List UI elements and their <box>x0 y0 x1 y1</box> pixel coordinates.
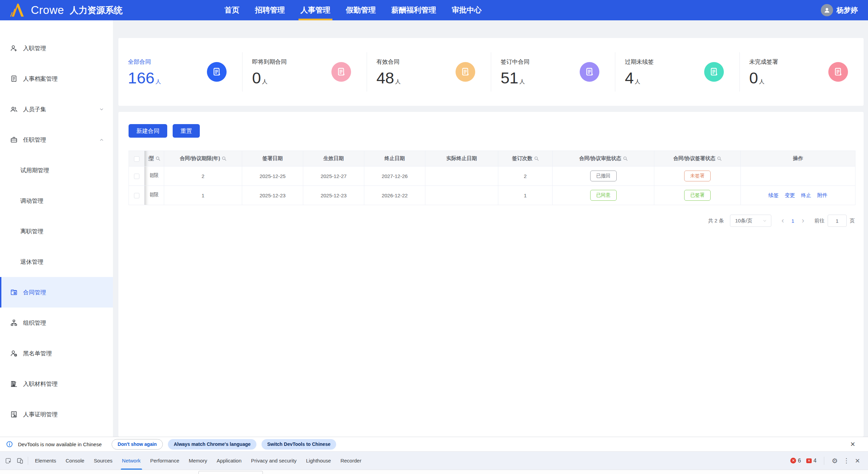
nav-item-hr[interactable]: 人事管理 <box>301 0 330 20</box>
devtools-tab-application[interactable]: Application <box>212 452 246 470</box>
devtools-tab-privacy[interactable]: Privacy and security <box>246 452 301 470</box>
stat-value: 166 <box>128 70 154 86</box>
devtools-tab-recorder[interactable]: Recorder <box>336 452 366 470</box>
header-term-years[interactable]: 合同/协议期限(年) <box>164 151 242 166</box>
devtools-tab-network[interactable]: Network <box>117 452 146 470</box>
devtools-tab-performance[interactable]: Performance <box>146 452 184 470</box>
nav-item-payroll[interactable]: 薪酬福利管理 <box>391 0 436 20</box>
header-sign-count[interactable]: 签订次数 <box>498 151 553 166</box>
search-icon[interactable] <box>717 156 721 161</box>
nav-item-home[interactable]: 首页 <box>225 0 239 20</box>
device-toolbar-icon[interactable] <box>14 455 26 467</box>
org-chart-icon <box>10 319 18 327</box>
terminate-link[interactable]: 终止 <box>801 192 811 198</box>
stat-valid-contracts[interactable]: 有效合同 48人 <box>367 52 491 92</box>
sidebar-item-transfer[interactable]: 调动管理 <box>0 185 113 216</box>
header-effective-date: 生效日期 <box>303 151 364 166</box>
search-icon[interactable] <box>222 156 226 161</box>
devtools-tab-elements[interactable]: Elements <box>30 452 61 470</box>
prev-page-button[interactable]: ‹ <box>777 217 788 224</box>
sign-status-cell: 未签署 <box>654 166 741 186</box>
switch-to-chinese-button[interactable]: Switch DevTools to Chinese <box>262 439 336 450</box>
sign-count-cell: 1 <box>498 186 553 205</box>
sidebar-item-label: 离职管理 <box>20 228 43 235</box>
sidebar-item-label: 人员子集 <box>23 105 46 113</box>
goto-page-input[interactable] <box>828 215 847 227</box>
stat-signing-contracts[interactable]: 签订中合同 51人 <box>491 52 615 92</box>
sidebar-item-contract[interactable]: 合同管理 <box>0 277 113 308</box>
contract-folder-icon <box>10 289 18 296</box>
total-count: 共 2 条 <box>708 218 724 224</box>
user-menu[interactable]: 杨梦婷 <box>821 4 858 16</box>
row-checkbox[interactable] <box>134 174 139 179</box>
page-size-select[interactable]: 10条/页 <box>730 215 771 227</box>
stat-expiring-contracts[interactable]: 即将到期合同 0人 <box>242 52 366 92</box>
stat-all-contracts[interactable]: 全部合同 166人 <box>118 52 242 92</box>
actions-cell: 续签变更终止附件 <box>741 186 855 205</box>
nav-item-approval[interactable]: 审批中心 <box>452 0 482 20</box>
match-language-button[interactable]: Always match Chrome's language <box>168 439 256 450</box>
header-sign-date: 签署日期 <box>242 151 303 166</box>
brand: Crowe 人力资源系统 <box>10 3 123 17</box>
sidebar-item-person-subset[interactable]: 人员子集 <box>0 94 113 124</box>
search-icon[interactable] <box>156 156 160 161</box>
infobar-close-icon[interactable]: × <box>850 440 855 448</box>
sidebar-item-probation[interactable]: 试用期管理 <box>0 155 113 185</box>
contract-type-cell: 期限 <box>144 186 164 205</box>
nav-item-recruit[interactable]: 招聘管理 <box>255 0 285 20</box>
sidebar-item-hr-certificate[interactable]: 人事证明管理 <box>0 399 113 430</box>
sidebar-item-employment[interactable]: 任职管理 <box>0 124 113 155</box>
sidebar-item-retirement[interactable]: 退休管理 <box>0 246 113 277</box>
header-contract-type[interactable]: 类型 <box>144 151 164 166</box>
sidebar-item-blacklist[interactable]: 黑名单管理 <box>0 338 113 369</box>
settings-gear-icon[interactable]: ⚙ <box>832 457 838 465</box>
person-add-icon <box>10 44 18 52</box>
stat-value: 4 <box>625 70 634 86</box>
status-badge: 已签署 <box>684 190 711 201</box>
contracts-table: 类型 合同/协议期限(年) 签署日期 生效日期 终止日期 实际终止日期 <box>129 151 855 205</box>
sidebar-item-organization[interactable]: 组织管理 <box>0 308 113 338</box>
next-page-button[interactable]: › <box>798 217 808 224</box>
sidebar-item-personnel-files[interactable]: 人事档案管理 <box>0 63 113 94</box>
header-actual-end-date: 实际终止日期 <box>425 151 498 166</box>
row-checkbox[interactable] <box>134 193 139 198</box>
stat-overdue-unrenewed[interactable]: 过期未续签 4人 <box>615 52 739 92</box>
contract-doc-icon <box>704 62 724 82</box>
issues-badge[interactable]: ✕4 <box>806 458 816 464</box>
search-icon[interactable] <box>534 156 539 161</box>
console-error-badge[interactable]: ✕6 <box>790 458 801 464</box>
inspect-element-icon[interactable] <box>3 455 14 467</box>
nav-item-attendance[interactable]: 假勤管理 <box>346 0 376 20</box>
select-all-checkbox[interactable] <box>134 156 139 162</box>
info-icon <box>6 441 13 448</box>
header-sign-status[interactable]: 合同/协议签署状态 <box>654 151 741 166</box>
devtools-tab-sources[interactable]: Sources <box>89 452 117 470</box>
brand-product: 人力资源系统 <box>70 4 123 16</box>
devtools-close-icon[interactable]: × <box>855 457 860 465</box>
change-link[interactable]: 变更 <box>785 192 795 198</box>
sidebar-item-resignation[interactable]: 离职管理 <box>0 216 113 246</box>
sidebar-item-onboarding[interactable]: 入职管理 <box>0 33 113 63</box>
dont-show-again-button[interactable]: Don't show again <box>112 439 163 450</box>
sign-date-cell: 2025-12-25 <box>242 166 303 186</box>
sidebar-item-label: 黑名单管理 <box>23 350 52 357</box>
devtools-tab-console[interactable]: Console <box>61 452 89 470</box>
sidebar: 入职管理 人事档案管理 人员子集 任职管理 试用期管理 调动管理 离职管理 退休… <box>0 20 113 437</box>
row-select-cell <box>129 186 144 205</box>
row-select-cell <box>129 166 144 186</box>
stat-value: 0 <box>749 70 758 86</box>
contract-doc-icon <box>456 62 475 82</box>
current-page[interactable]: 1 <box>788 218 797 224</box>
header-approval-status[interactable]: 合同/协议审批状态 <box>553 151 654 166</box>
new-contract-button[interactable]: 新建合同 <box>129 124 167 138</box>
devtools-tab-lighthouse[interactable]: Lighthouse <box>301 452 335 470</box>
sidebar-item-onboarding-materials[interactable]: 入职材料管理 <box>0 369 113 399</box>
renew-link[interactable]: 续签 <box>769 192 779 198</box>
search-icon[interactable] <box>623 156 628 161</box>
reset-button[interactable]: 重置 <box>173 124 200 138</box>
stat-unfinished-signing[interactable]: 未完成签署 0人 <box>739 52 864 92</box>
attachment-link[interactable]: 附件 <box>817 192 828 198</box>
more-options-icon[interactable]: ⋮ <box>843 457 850 465</box>
devtools-tab-memory[interactable]: Memory <box>184 452 212 470</box>
sidebar-item-label: 组织管理 <box>23 319 46 327</box>
